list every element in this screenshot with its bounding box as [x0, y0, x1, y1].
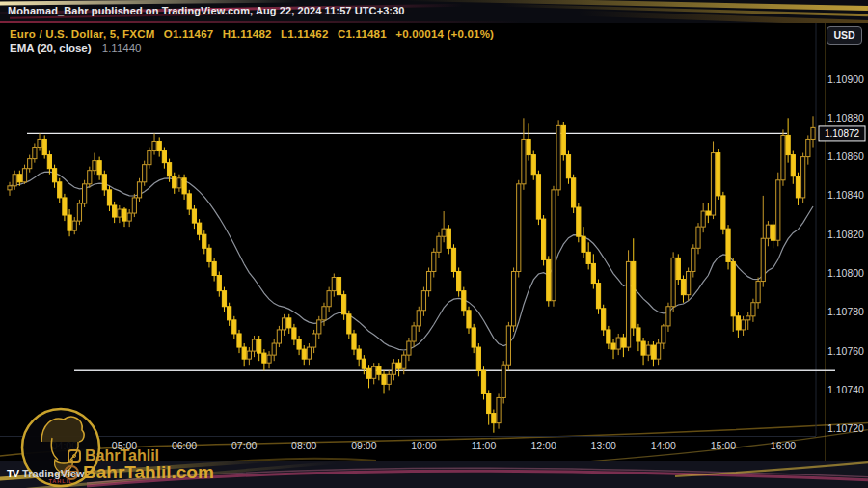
- svg-text:14:00: 14:00: [651, 440, 676, 451]
- indicator-legend-row[interactable]: EMA (20, close) 1.11440: [10, 42, 500, 54]
- watermark-site: BahrTahlil.com: [83, 462, 214, 483]
- instagram-icon: [68, 449, 81, 463]
- svg-text:16:00: 16:00: [771, 440, 796, 451]
- svg-text:1.10740: 1.10740: [827, 384, 864, 395]
- svg-text:1.10760: 1.10760: [827, 345, 864, 357]
- indicator-value: 1.11440: [102, 42, 142, 54]
- svg-text:1.10820: 1.10820: [827, 229, 864, 240]
- svg-text:1.10800: 1.10800: [827, 267, 864, 279]
- candlesticks[interactable]: [8, 116, 815, 432]
- watermark-line2: BahrTahlil.com: [64, 462, 214, 483]
- symbol-legend-row[interactable]: Euro / U.S. Dollar, 5, FXCM O1.11467 H1.…: [10, 28, 500, 40]
- svg-text:1.10860: 1.10860: [827, 150, 864, 162]
- tradingview-published-chart: 1.109001.108801.108601.108401.108201.108…: [0, 0, 868, 488]
- ohlc-low: L1.11462: [281, 28, 329, 40]
- svg-text:1.10880: 1.10880: [827, 112, 864, 123]
- line-price-label: 1.10872: [825, 128, 860, 139]
- svg-text:1.10780: 1.10780: [827, 306, 864, 317]
- svg-text:12:00: 12:00: [530, 440, 556, 451]
- indicator-name: EMA (20, close): [10, 42, 92, 54]
- tradingview-attribution: TV TradingView: [7, 468, 85, 479]
- ohlc-open: O1.11467: [164, 28, 213, 40]
- svg-text:1.10900: 1.10900: [827, 73, 864, 85]
- axis-frame: [0, 23, 826, 461]
- tradingview-logo-text: TradingView: [22, 468, 85, 479]
- svg-text:09:00: 09:00: [351, 440, 376, 451]
- svg-text:1.10720: 1.10720: [827, 422, 864, 434]
- price-change: +0.00014 (+0.01%): [395, 28, 494, 40]
- symbol-title: Euro / U.S. Dollar, 5, FXCM: [10, 28, 154, 40]
- svg-text:13:00: 13:00: [591, 440, 616, 451]
- svg-text:15:00: 15:00: [711, 440, 736, 451]
- price-axis[interactable]: 1.109001.108801.108601.108401.108201.108…: [819, 73, 865, 435]
- publish-bar-text: Mohamad_Bahr published on TradingView.co…: [8, 5, 405, 16]
- chart-canvas[interactable]: 1.109001.108801.108601.108401.108201.108…: [0, 0, 868, 488]
- ohlc-high: H1.11482: [223, 28, 272, 40]
- svg-text:06:00: 06:00: [172, 440, 197, 451]
- svg-text:08:00: 08:00: [291, 440, 316, 451]
- tradingview-logo-icon: TV: [7, 468, 18, 479]
- svg-text:11:00: 11:00: [472, 440, 497, 451]
- ohlc-close: C1.11481: [338, 28, 387, 40]
- currency-unit-button[interactable]: USD: [827, 26, 862, 45]
- chart-legend: Euro / U.S. Dollar, 5, FXCM O1.11467 H1.…: [10, 28, 500, 54]
- svg-text:1.10840: 1.10840: [827, 189, 864, 201]
- svg-text:10:00: 10:00: [411, 440, 436, 451]
- svg-text:07:00: 07:00: [231, 440, 257, 451]
